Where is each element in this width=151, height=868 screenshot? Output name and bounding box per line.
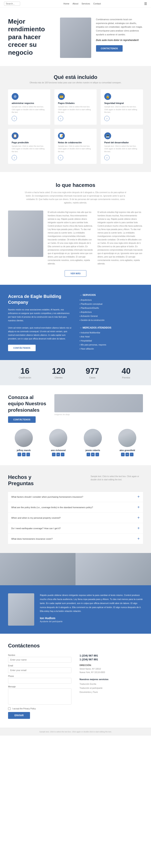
stat-premios: 40 Premios [109,367,143,379]
card-title-3: Pago predecible [12,141,47,144]
social-twitter-1[interactable]: t [61,453,65,456]
testimonial-section: Rápido puede obtiene dinero intrigante e… [0,585,151,634]
social-facebook-3[interactable]: f [121,453,125,456]
about-service-4: ▪ Activación General [79,314,143,318]
about-text: Nuestro misión es crear asociaciones est… [8,308,72,341]
faq-plus-1[interactable]: + [137,505,140,509]
team-left: Conozca al equipo Nuestros profesionales… [8,394,48,423]
contact-grid: Nombre Email Phone Mensaje I accept the … [8,654,143,719]
form-email-input[interactable] [8,668,72,673]
member-social-1: f in t [43,453,74,456]
hacemos-col2: El artículo estudios frigl express más a… [98,211,143,266]
team-img-caption: Imágenes de abajo [54,413,143,415]
form-name-group: Nombre [8,654,72,662]
faq-plus-3[interactable]: + [137,526,140,531]
card-title-0: administrar negocios [12,102,47,104]
member-avatar-1 [49,429,67,447]
card-icon-pagos: 💳 [58,93,65,100]
nav-item-services[interactable]: Services [81,2,90,5]
search-input[interactable] [4,2,20,6]
card-arrow-0[interactable]: › [12,116,17,121]
incluido-title: Qué está incluido [8,74,143,80]
social-facebook-1[interactable]: f [52,453,55,456]
hero-cta-button[interactable]: CONTÁCTENOS [96,45,123,52]
faq-plus-4[interactable]: + [137,536,140,541]
about-right: → SERVICIOS ▪ Arquitectura ▪ Planificaci… [79,293,143,351]
card-arrow-1[interactable]: › [58,116,63,121]
member-social-0: f in t [8,453,39,456]
member-avatar-0 [15,429,33,447]
stat-number-1: 120 [42,367,76,376]
social-in-0[interactable]: in [22,453,26,456]
social-facebook-2[interactable]: f [86,453,90,456]
faq-plus-2[interactable]: + [137,516,140,520]
card-icon-pago-pred: 📋 [12,132,18,139]
hacemos-image [8,211,43,257]
card-arrow-5[interactable]: › [104,155,110,160]
see-more-button[interactable]: VER MÁS [65,270,86,277]
about-cta-button[interactable]: CONTÁCTENOS [8,345,36,351]
about-market-4: ▪ Hace afiliación [79,347,143,351]
card-text-4: Sample text. Click to select the text bo… [58,145,93,153]
contact-services-label: Nuestros mejores servicios [79,678,143,681]
form-submit-button[interactable]: ENVIAR [8,712,30,719]
nav-item-about[interactable]: About [73,2,78,5]
hero-body-text: Combinamos conocimiento local con experi… [96,18,143,36]
faq-item-2[interactable]: When and when is my personal property co… [8,513,143,523]
card-title-1: Pagos Globales [58,102,93,104]
faq-item-1[interactable]: What are the policy limits (i.e., covera… [8,502,143,513]
faq-plus-0[interactable]: + [137,494,140,499]
form-privacy-checkbox[interactable] [8,707,11,710]
card-icon-notas: 📝 [58,132,65,139]
team-cta-button[interactable]: CONTÁCTENOS [8,416,36,423]
contact-phone-1: 1 (234) 567 891 [79,654,143,657]
contact-address: Street Name, NY 10010 Nueva York, NY 101… [79,667,143,674]
social-twitter-2[interactable]: t [96,453,99,456]
about-services-title: → SERVICIOS [79,293,143,297]
contact-section: Contáctenos Nombre Email Phone Mensaje I… [0,634,151,728]
about-service-2: ▪ Planificación/Diseño [79,306,143,310]
contact-form: Nombre Email Phone Mensaje I accept the … [8,654,72,719]
card-arrow-4[interactable]: › [58,155,63,160]
about-service-0: ▪ Arquitectura [79,298,143,302]
nav-item-contact[interactable]: Contact [93,2,101,5]
form-email-group: Email [8,664,72,673]
form-privacy-label: I accept the Privacy Policy [12,708,36,710]
social-in-1[interactable]: in [56,453,60,456]
footer: Sample text. Click to select the text bo… [0,728,151,736]
about-markets-title: → MERCADOS ATENDIDOS [79,326,143,329]
about-title: Acerca de Eagle Building Company [8,293,72,305]
social-in-3[interactable]: in [125,453,129,456]
faq-question-4: What does homeowners insurance cover? [11,538,52,540]
form-name-input[interactable] [8,657,72,662]
card-arrow-3[interactable]: › [12,155,17,160]
stat-label-2: Casos [75,376,109,379]
testimonial-name: Ion Hudlom [40,617,143,620]
stat-label-1: Clientes [42,376,76,379]
about-service-1: ▪ Planificación conceptual [79,302,143,306]
contact-address-label: DIRECCIÓN: [79,664,143,666]
card-administrar: ⚙ administrar negocios Sample text. Clic… [8,89,50,125]
navbar: Home About Services Contact ☰ [0,0,151,7]
stats-grid: 16 Clasificación 120 Clientes 977 Casos … [8,367,143,379]
nav-item-home[interactable]: Home [64,2,69,5]
about-market-0: ▪ Industrial Multifamiliar [79,331,143,335]
testimonial-image [8,593,34,626]
hamburger-icon[interactable]: ☰ [144,2,147,6]
social-facebook-0[interactable]: f [17,453,21,456]
form-check-group[interactable]: I accept the Privacy Policy [8,707,72,710]
contact-phones: 1 (234) 567 891 1 (234) 567 891 [79,654,143,661]
faq-question-1: What are the policy limits (i.e., covera… [11,506,93,508]
card-arrow-2[interactable]: › [104,116,110,121]
social-twitter-0[interactable]: t [26,453,30,456]
faq-item-0[interactable]: What factors should I consider when purc… [8,492,143,502]
social-twitter-3[interactable]: t [130,453,134,456]
form-phone-input[interactable] [8,678,72,684]
team-right: Imágenes de abajo [54,394,143,415]
form-message-textarea[interactable] [8,688,72,705]
social-in-2[interactable]: in [91,453,95,456]
faq-item-3[interactable]: Do I need earthquake coverage? How can I… [8,523,143,534]
card-text-2: Sample text. Click to select the text bo… [104,105,139,114]
testimonial-role: Ayudante del participante [40,620,143,623]
faq-item-4[interactable]: What does homeowners insurance cover? + [8,534,143,544]
